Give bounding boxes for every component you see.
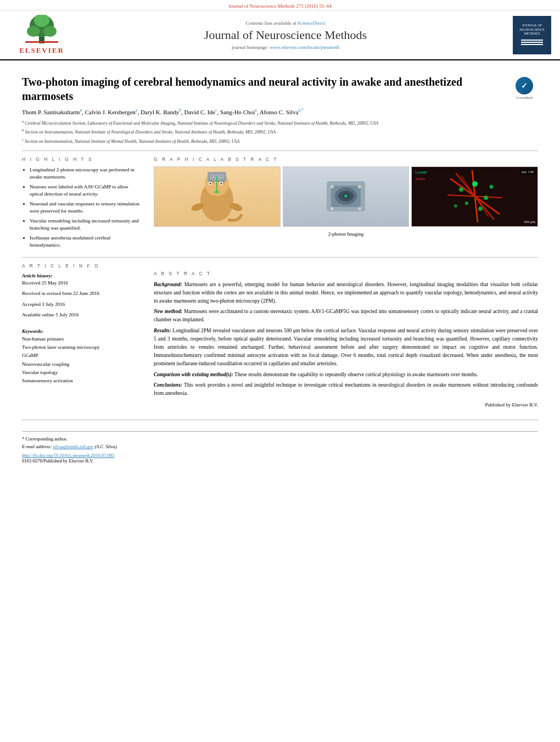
fluorescence-illustration — [445, 168, 505, 225]
elsevier-logo-area: ELSEVIER — [9, 15, 75, 55]
corresponding-note: * Corresponding author. — [22, 436, 538, 442]
email-line: E-mail address: silvaa@ninds.nih.gov (A.… — [22, 444, 538, 449]
affiliation-b: b Section on Instrumentation, National I… — [22, 127, 538, 136]
crossmark-label: CrossMark — [516, 96, 533, 100]
email-suffix: (A.C. Silva). — [94, 444, 117, 449]
contents-line: Contents lists available at ScienceDirec… — [75, 20, 496, 26]
authors-line: Thom P. Santisakultarma, Calvin J. Kersb… — [22, 108, 538, 115]
accepted-date: Accepted 3 July 2016 — [22, 301, 143, 309]
abstract-col: A B S T R A C T Background: Marmosets ar… — [154, 271, 538, 409]
journal-title: Journal of Neuroscience Methods — [75, 28, 496, 42]
scale-badge: 100 μm — [524, 220, 535, 224]
keyword-4: Neurovascular coupling — [22, 360, 143, 369]
new-method-label: New method: — [154, 309, 182, 314]
highlight-item-4: Vascular remodeling including increased … — [30, 217, 143, 232]
svg-point-17 — [214, 191, 220, 194]
history-label: Article history: — [22, 273, 143, 278]
ga-label: 2-photon Imaging — [154, 231, 538, 237]
results-label: Results: — [154, 328, 171, 333]
svg-point-13 — [221, 183, 222, 185]
svg-point-27 — [331, 207, 334, 210]
svg-rect-5 — [25, 41, 58, 43]
published-line: Published by Elsevier B.V. — [154, 401, 538, 409]
device-illustration — [316, 168, 376, 225]
authors-text: Thom P. Santisakultarma, Calvin J. Kersb… — [22, 109, 304, 115]
graphical-abstract-col: G R A P H I C A L A B S T R A C T — [154, 157, 538, 252]
abstract-heading: A B S T R A C T — [154, 271, 538, 276]
article-title-section: Two-photon imaging of cerebral hemodynam… — [22, 75, 538, 103]
keyword-2: Two-photon laser scanning microscopy — [22, 343, 143, 352]
svg-point-3 — [43, 26, 57, 37]
svg-point-29 — [344, 194, 348, 198]
keyword-6: Somatosensory activation — [22, 377, 143, 385]
marmoset-illustration — [187, 168, 247, 225]
header-center: Contents lists available at ScienceDirec… — [75, 20, 496, 50]
received-date: Received 25 May 2016 — [22, 280, 143, 287]
footer: * Corresponding author. E-mail address: … — [22, 431, 538, 464]
badge-title: JOURNAL OF NEUROSCIENCE METHODS — [515, 24, 549, 36]
journal-badge-area: JOURNAL OF NEUROSCIENCE METHODS — [496, 16, 551, 54]
footer-divider — [22, 420, 538, 420]
svg-point-35 — [459, 187, 463, 192]
header: ELSEVIER Contents lists available at Sci… — [0, 10, 560, 60]
graphical-abstract-heading: G R A P H I C A L A B S T R A C T — [154, 157, 538, 162]
affiliation-c: c Section on Instrumentation, National I… — [22, 137, 538, 145]
info-abstract-row: A R T I C L E I N F O Article history: R… — [22, 263, 538, 409]
article-info-col: A R T I C L E I N F O Article history: R… — [22, 263, 143, 409]
journal-homepage: journal homepage: www.elsevier.com/locat… — [75, 44, 496, 50]
homepage-link[interactable]: www.elsevier.com/locate/jneumeth — [270, 44, 339, 50]
svg-point-37 — [484, 196, 488, 200]
abstract-text: Background: Marmosets are a powerful, em… — [154, 281, 538, 409]
article-info-heading: A R T I C L E I N F O — [22, 263, 143, 269]
ga-image-device — [283, 166, 410, 227]
highlight-item-3: Neuronal and vascular responses to senso… — [30, 200, 143, 215]
journal-badge: JOURNAL OF NEUROSCIENCE METHODS — [513, 16, 551, 54]
doi-line: http://dx.doi.org/10.1016/j.jneumeth.201… — [22, 453, 538, 458]
main-content: Two-photon imaging of cerebral hemodynam… — [0, 60, 560, 469]
highlights-abstract-row: H I G H L I G H T S Longitudinal 2-photo… — [22, 157, 538, 252]
crossmark-icon: ✓ — [516, 77, 533, 94]
section-divider-2 — [22, 257, 538, 258]
ga-image-fluorescence: day 139 GcaMP TxRD 100 μm — [411, 166, 538, 227]
badge-lines — [521, 38, 543, 46]
elsevier-logo: ELSEVIER — [9, 15, 75, 55]
comparison-label: Comparison with existing method(s): — [154, 372, 233, 377]
issn-line: 0165-0270/Published by Elsevier B.V. — [22, 458, 538, 464]
svg-point-36 — [472, 181, 478, 187]
section-divider-1 — [22, 150, 538, 151]
email-label: E-mail address: — [22, 444, 52, 449]
svg-point-40 — [454, 204, 457, 208]
svg-point-28 — [358, 207, 361, 210]
svg-point-2 — [27, 26, 40, 37]
highlight-item-5: Isoflurane anesthesia modulated cerebral… — [30, 235, 143, 249]
elsevier-tree-icon — [20, 15, 64, 45]
badge-line-1 — [521, 40, 543, 41]
highlight-item-1: Longitudinal 2-photon microscopy was per… — [30, 166, 143, 181]
highlights-list: Longitudinal 2-photon microscopy was per… — [22, 166, 143, 249]
graphical-abstract-wrapper: day 139 GcaMP TxRD 100 μm — [154, 166, 538, 237]
sciencedirect-link[interactable]: ScienceDirect — [298, 20, 325, 26]
highlights-heading: H I G H L I G H T S — [22, 157, 143, 162]
background-label: Background: — [154, 282, 182, 287]
affiliation-a: a Cerebral Microcirculation Section, Lab… — [22, 119, 538, 127]
top-bar: Journal of Neuroscience Methods 271 (201… — [0, 0, 560, 10]
email-link[interactable]: silvaa@ninds.nih.gov — [53, 444, 93, 449]
gcaMP-label: GcaMP — [415, 170, 427, 175]
keyword-1: Non-human primates — [22, 335, 143, 343]
svg-point-39 — [478, 207, 483, 211]
graphical-images-row: day 139 GcaMP TxRD 100 μm — [154, 166, 538, 227]
article-title: Two-photon imaging of cerebral hemodynam… — [22, 75, 505, 103]
keywords-list: Non-human primates Two-photon laser scan… — [22, 335, 143, 386]
keyword-5: Vascular topology — [22, 369, 143, 377]
svg-point-12 — [210, 183, 211, 185]
abstract-conclusions: Conclusions: This work provides a novel … — [154, 381, 538, 398]
conclusions-label: Conclusions: — [154, 382, 182, 388]
keywords-label: Keywords: — [22, 328, 143, 334]
available-date: Available online 5 July 2016 — [22, 311, 143, 319]
ga-image-marmoset — [154, 166, 281, 227]
doi-link[interactable]: http://dx.doi.org/10.1016/j.jneumeth.201… — [22, 453, 114, 458]
abstract-new-method: New method: Marmosets were acclimated to… — [154, 308, 538, 324]
badge-line-2 — [521, 42, 543, 43]
svg-point-41 — [489, 185, 493, 189]
journal-reference: Journal of Neuroscience Methods 271 (201… — [228, 3, 332, 9]
